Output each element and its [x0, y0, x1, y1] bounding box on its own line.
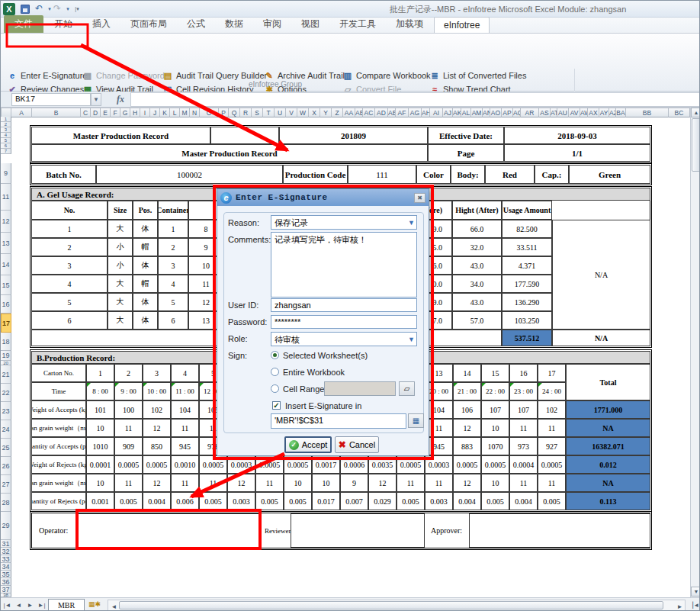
section-b-cell[interactable]: 10	[481, 474, 509, 492]
section-b-cell[interactable]: 0.005	[284, 492, 312, 510]
section-b-cell[interactable]: 8 : 00	[86, 382, 114, 400]
column-header-B[interactable]: B	[32, 108, 81, 117]
batch-cell[interactable]: Cap.:	[535, 165, 569, 184]
section-a-cell[interactable]: 43.0	[452, 293, 502, 311]
section-b-cell[interactable]: 12	[143, 419, 171, 437]
section-a-header[interactable]: Pos.	[133, 201, 158, 220]
section-b-cell[interactable]: 0.0005	[397, 455, 425, 474]
column-header-BB[interactable]: BB	[626, 108, 669, 117]
section-b-cell[interactable]: 2	[114, 364, 143, 382]
row-header-28[interactable]: 28	[1, 494, 11, 512]
column-header-BC[interactable]: BC	[669, 108, 690, 117]
row-header-27[interactable]: 27	[1, 475, 11, 494]
section-b-cell[interactable]: 11	[538, 419, 566, 437]
section-b-cell[interactable]: 0.005	[199, 492, 227, 510]
column-header-AE[interactable]: AE	[388, 108, 396, 117]
column-header-I[interactable]: I	[140, 108, 150, 117]
row-header-4[interactable]: 4	[1, 133, 11, 138]
section-b-cell[interactable]: 0.0005	[199, 455, 227, 474]
section-b-cell[interactable]: 0.005	[255, 492, 284, 510]
row-header-24[interactable]: 24	[1, 420, 11, 439]
section-b-cell[interactable]: 4	[171, 364, 199, 382]
close-icon[interactable]: ✖	[414, 193, 425, 203]
section-a-cell[interactable]: 5	[158, 293, 188, 311]
section-b-total-cell[interactable]: 0.012	[566, 455, 650, 474]
approver-signature-cell[interactable]	[469, 513, 650, 548]
row-header-21[interactable]: 21	[1, 365, 11, 384]
section-b-cell[interactable]: 0.006	[171, 492, 199, 510]
ribbon-tab-3[interactable]: 页面布局	[121, 15, 176, 33]
approver-label[interactable]: Approver:	[426, 514, 467, 547]
column-header-AI[interactable]: AI	[430, 108, 443, 117]
column-header-BA[interactable]: BA	[616, 108, 626, 117]
row-header-19[interactable]: 19	[1, 351, 11, 361]
scroll-up-icon[interactable]: ▲	[691, 108, 700, 117]
column-header-T[interactable]: T	[263, 108, 275, 117]
row-header-1[interactable]: 1	[1, 117, 11, 122]
section-b-total-header[interactable]: Total	[566, 364, 650, 400]
ribbon-tab-einfotree[interactable]: eInfotree	[434, 17, 490, 33]
reviewer-label[interactable]: Reviewer:	[260, 514, 291, 547]
list-of-converted-files-button[interactable]: ≣List of Converted Files	[429, 69, 526, 82]
section-b-cell[interactable]: 9	[340, 474, 368, 492]
batch-cell[interactable]: Red	[485, 165, 535, 184]
section-b-cell[interactable]: 23 : 00	[509, 382, 538, 400]
column-header-O[interactable]: O	[200, 108, 219, 117]
section-b-cell[interactable]: 0.0005	[143, 455, 171, 474]
horizontal-scroll-thumb[interactable]	[119, 601, 663, 609]
row-header-36[interactable]: 36	[1, 578, 11, 586]
section-b-cell[interactable]: 0.0005	[453, 455, 481, 474]
column-header-E[interactable]: E	[101, 108, 111, 117]
section-b-cell[interactable]: 973	[509, 437, 538, 455]
column-header-H[interactable]: H	[130, 108, 140, 117]
column-header-L[interactable]: L	[170, 108, 180, 117]
section-b-total-cell[interactable]: 1771.000	[566, 400, 650, 419]
section-b-cell[interactable]: 1	[86, 364, 114, 382]
row-header-37[interactable]: 37	[1, 586, 11, 593]
batch-cell[interactable]: 100002	[96, 165, 283, 184]
section-b-cell[interactable]: 0.005	[397, 492, 425, 510]
column-header-U[interactable]: U	[275, 108, 286, 117]
column-header-X[interactable]: X	[309, 108, 320, 117]
section-b-cell[interactable]: 0.004	[143, 492, 171, 510]
column-header-AV[interactable]: AV	[569, 108, 580, 117]
row-header-29[interactable]: 29	[1, 512, 11, 540]
column-header-Y[interactable]: Y	[320, 108, 332, 117]
section-b-cell[interactable]: 3	[143, 364, 171, 382]
radio-cell-range[interactable]	[271, 384, 279, 393]
section-a-cell[interactable]: 小	[108, 256, 133, 275]
section-b-cell[interactable]: 101	[86, 400, 114, 419]
section-b-cell[interactable]: 104	[171, 400, 199, 419]
header-cell[interactable]: Master Production Record	[31, 127, 210, 144]
column-header-J[interactable]: J	[150, 108, 160, 117]
column-header-V[interactable]: V	[286, 108, 297, 117]
section-b-cell[interactable]: 11 : 00	[171, 382, 199, 400]
batch-cell[interactable]: Green	[569, 165, 650, 184]
insert-range-picker-icon[interactable]: ▦	[408, 413, 424, 428]
section-a-cell[interactable]: 帽	[133, 275, 158, 293]
section-a-cell[interactable]: 2	[31, 238, 108, 256]
row-header-18[interactable]: 18	[1, 333, 11, 351]
section-b-cell[interactable]: 12	[143, 474, 171, 492]
section-b-cell[interactable]: 10	[284, 474, 312, 492]
row-header-13[interactable]: 13	[1, 233, 11, 254]
batch-cell[interactable]: Batch No.	[31, 165, 96, 184]
section-a-cell[interactable]: 34.0	[452, 275, 502, 293]
hscroll-left-icon[interactable]: ◄	[109, 602, 119, 611]
section-a-cell[interactable]: 1	[158, 220, 188, 238]
row-header-22[interactable]: 22	[1, 384, 11, 402]
user-id-input[interactable]: zhangsan	[271, 298, 417, 312]
horizontal-scrollbar[interactable]: ◄ ►	[108, 600, 686, 611]
row-header-3[interactable]: 3	[1, 127, 11, 133]
operator-signature-cell[interactable]	[77, 513, 260, 548]
section-b-cell[interactable]: 11	[509, 474, 538, 492]
section-b-cell[interactable]: 11	[199, 474, 227, 492]
row-header-6[interactable]: 6	[1, 143, 11, 149]
section-b-cell[interactable]: 21 : 00	[453, 382, 481, 400]
section-b-cell[interactable]: 0.0005	[255, 455, 284, 474]
section-b-cell[interactable]: 15	[481, 364, 509, 382]
header-cell[interactable]	[210, 127, 279, 144]
section-a-cell[interactable]: 4.371	[502, 256, 552, 275]
section-a-cell[interactable]: 2	[158, 238, 188, 256]
section-a-usage-total[interactable]: 537.512	[502, 330, 552, 346]
